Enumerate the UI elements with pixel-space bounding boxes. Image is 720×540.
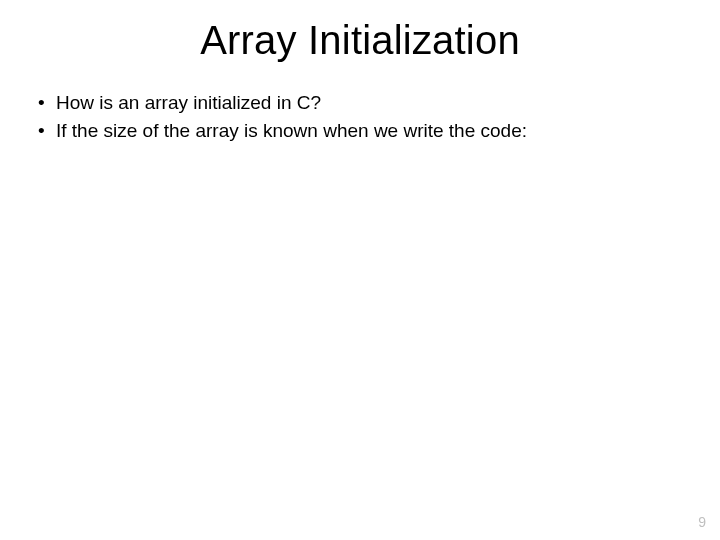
slide: Array Initialization How is an array ini… bbox=[0, 0, 720, 540]
list-item: How is an array initialized in C? bbox=[36, 90, 684, 116]
page-number: 9 bbox=[698, 514, 706, 530]
list-item: If the size of the array is known when w… bbox=[36, 118, 684, 144]
bullet-list: How is an array initialized in C? If the… bbox=[36, 90, 684, 143]
slide-title: Array Initialization bbox=[0, 18, 720, 63]
slide-body: How is an array initialized in C? If the… bbox=[36, 90, 684, 145]
